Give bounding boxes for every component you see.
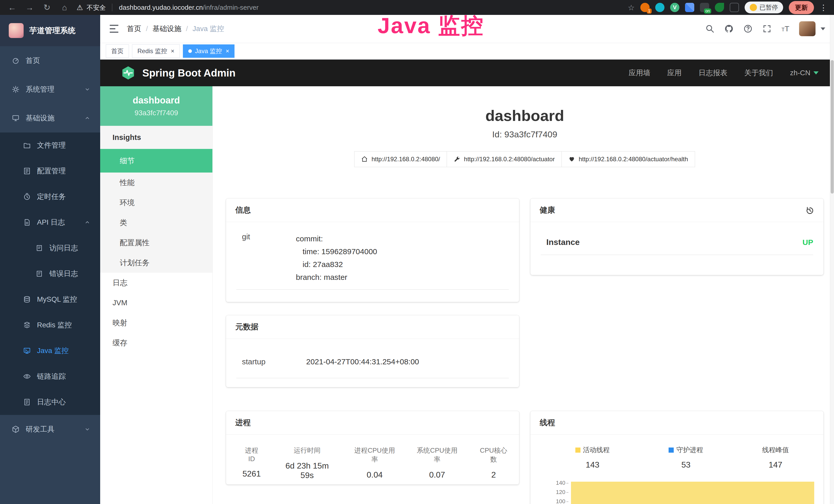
- gear-icon: [12, 86, 20, 93]
- sidebar-item-tracing[interactable]: 链路追踪: [0, 364, 100, 389]
- vue-devtools-icon[interactable]: V: [670, 3, 679, 12]
- menu-item-jvm[interactable]: JVM: [100, 293, 213, 313]
- nav-applications[interactable]: 应用: [667, 68, 682, 78]
- group-label: Insights: [100, 126, 213, 149]
- instance-links: http://192.168.0.2:48080/ http://192.168…: [226, 151, 824, 167]
- health-instance-row: Instance UP: [541, 222, 813, 255]
- breadcrumb-home[interactable]: 首页: [127, 24, 141, 33]
- close-icon[interactable]: ×: [225, 47, 229, 55]
- process-card-title: 进程: [235, 417, 251, 428]
- page-title: dashboard: [226, 107, 824, 125]
- sidebar-item-jobs[interactable]: 定时任务: [0, 184, 100, 209]
- sidebar-item-redis[interactable]: Redis 监控: [0, 312, 100, 338]
- app-logo[interactable]: 芋道管理系统: [0, 15, 100, 46]
- update-button[interactable]: 更新: [789, 1, 814, 14]
- sidebar-item-dev-tools[interactable]: 研发工具: [0, 415, 100, 444]
- process-card: 进程 进程ID 5261 运行时间: [226, 411, 519, 484]
- health-instance-label: Instance: [546, 237, 580, 247]
- sidebar-item-home[interactable]: 首页: [0, 46, 100, 75]
- sidebar-item-error-log[interactable]: 错误日志: [0, 261, 100, 287]
- folder-icon: [23, 141, 31, 149]
- logo-image: [9, 23, 24, 38]
- sidebar-item-config[interactable]: 配置管理: [0, 158, 100, 184]
- chart-plot-area: [569, 478, 814, 504]
- instance-id-line: Id: 93a3fc7f7409: [226, 130, 824, 139]
- address-bar[interactable]: dashboard.yudao.iocoder.cn/infra/admin-s…: [119, 4, 621, 12]
- avatar-caret-icon[interactable]: [821, 27, 825, 30]
- instance-header[interactable]: dashboard 93a3fc7f7409: [100, 86, 213, 126]
- menu-item-classes[interactable]: 类: [100, 212, 213, 233]
- sba-logo-icon: [121, 66, 136, 81]
- legend-live-threads: 活动线程 143: [575, 445, 610, 469]
- fullscreen-icon[interactable]: [762, 24, 772, 33]
- health-url-link[interactable]: http://192.168.0.2:48080/actuator/health: [562, 151, 695, 167]
- sidebar-item-infra[interactable]: 基础设施: [0, 104, 100, 133]
- breadcrumb-infra[interactable]: 基础设施: [153, 24, 181, 33]
- scrollbar[interactable]: [830, 15, 834, 504]
- bookmark-star-icon[interactable]: ☆: [628, 3, 635, 12]
- language-select[interactable]: zh-CN: [790, 69, 818, 77]
- status-badge: UP: [803, 238, 813, 247]
- menu-item-logs[interactable]: 日志: [100, 273, 213, 293]
- service-url-link[interactable]: http://192.168.0.2:48080/: [354, 151, 447, 167]
- github-icon[interactable]: [724, 24, 733, 33]
- nav-journal[interactable]: 日志报表: [699, 68, 727, 78]
- sidebar-item-log-center[interactable]: 日志中心: [0, 389, 100, 415]
- doc-icon: [23, 398, 31, 406]
- sidebar-item-system[interactable]: 系统管理: [0, 75, 100, 104]
- search-icon[interactable]: [705, 24, 715, 33]
- history-icon[interactable]: [806, 206, 814, 215]
- extension-icon[interactable]: [685, 3, 694, 12]
- extension-icon[interactable]: on: [700, 3, 709, 12]
- divider: [112, 4, 112, 11]
- extension-icon[interactable]: [730, 3, 739, 12]
- reload-icon[interactable]: ↻: [42, 3, 52, 12]
- hamburger-icon[interactable]: [109, 24, 119, 33]
- metadata-card-title: 元数据: [235, 322, 258, 332]
- sidebar-item-files[interactable]: 文件管理: [0, 133, 100, 158]
- live-threads-area: [571, 482, 814, 504]
- sba-main: dashboard Id: 93a3fc7f7409 http://192.16…: [213, 86, 834, 504]
- warning-icon: ⚠: [76, 3, 83, 12]
- back-icon[interactable]: ←: [7, 3, 18, 12]
- browser-menu-icon[interactable]: ⋮: [820, 3, 827, 12]
- menu-item-performance[interactable]: 性能: [100, 173, 213, 192]
- user-avatar[interactable]: [799, 21, 815, 36]
- sba-brand: Spring Boot Admin: [142, 67, 236, 79]
- extension-icon[interactable]: [715, 3, 724, 12]
- menu-item-mappings[interactable]: 映射: [100, 313, 213, 333]
- stat-process-cpu: 进程CPU使用率 0.04: [353, 446, 396, 480]
- tab-home[interactable]: 首页: [106, 44, 129, 58]
- font-size-icon[interactable]: TT: [781, 24, 789, 33]
- sidebar-item-api-log[interactable]: API 日志: [0, 209, 100, 235]
- forward-icon[interactable]: →: [24, 3, 35, 12]
- terminal-icon: [23, 347, 31, 354]
- sidebar-item-access-log[interactable]: 访问日志: [0, 235, 100, 261]
- menu-item-environment[interactable]: 环境: [100, 192, 213, 212]
- nav-about[interactable]: 关于我们: [744, 68, 773, 78]
- paused-badge[interactable]: 已暂停: [745, 2, 783, 13]
- actuator-url-link[interactable]: http://192.168.0.2:48080/actuator: [447, 151, 562, 167]
- security-chip[interactable]: ⚠ 不安全: [76, 3, 112, 12]
- tab-redis-monitor[interactable]: Redis 监控×: [132, 44, 180, 58]
- legend-swatch: [575, 448, 580, 453]
- tab-java-monitor[interactable]: Java 监控×: [183, 44, 235, 58]
- menu-item-config-props[interactable]: 配置属性: [100, 233, 213, 253]
- legend-daemon-threads: 守护进程 53: [668, 445, 703, 469]
- sidebar-item-java-monitor[interactable]: Java 监控: [0, 338, 100, 364]
- close-icon[interactable]: ×: [171, 47, 174, 55]
- legend-swatch: [668, 448, 674, 453]
- menu-item-details[interactable]: 细节: [100, 149, 213, 173]
- layers-icon: [23, 321, 31, 329]
- sidebar-item-mysql[interactable]: MySQL 监控: [0, 287, 100, 312]
- menu-item-scheduled-tasks[interactable]: 计划任务: [100, 253, 213, 273]
- home-icon[interactable]: ⌂: [59, 3, 70, 12]
- database-icon: [23, 296, 31, 303]
- scrollbar-thumb[interactable]: [831, 60, 834, 193]
- nav-wallboard[interactable]: 应用墙: [629, 68, 650, 78]
- extension-icon[interactable]: [655, 3, 664, 12]
- help-icon[interactable]: [743, 24, 752, 33]
- extension-icon[interactable]: 1: [640, 3, 650, 12]
- breadcrumb-current: Java 监控: [193, 24, 224, 33]
- menu-item-caches[interactable]: 缓存: [100, 333, 213, 353]
